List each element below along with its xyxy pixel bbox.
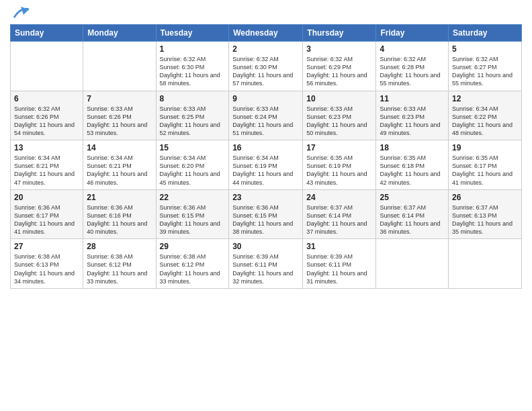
- day-info: Sunrise: 6:39 AM Sunset: 6:11 PM Dayligh…: [232, 253, 299, 285]
- day-info: Sunrise: 6:38 AM Sunset: 6:12 PM Dayligh…: [87, 253, 152, 285]
- day-number: 31: [306, 242, 372, 251]
- calendar-day: 7Sunrise: 6:33 AM Sunset: 6:26 PM Daylig…: [83, 91, 156, 140]
- day-number: 18: [380, 143, 445, 152]
- day-info: Sunrise: 6:37 AM Sunset: 6:14 PM Dayligh…: [306, 203, 372, 236]
- calendar-week-4: 20Sunrise: 6:36 AM Sunset: 6:17 PM Dayli…: [11, 189, 522, 239]
- day-info: Sunrise: 6:35 AM Sunset: 6:18 PM Dayligh…: [380, 154, 445, 187]
- day-info: Sunrise: 6:32 AM Sunset: 6:30 PM Dayligh…: [160, 55, 226, 88]
- day-number: 23: [232, 193, 299, 202]
- day-info: Sunrise: 6:37 AM Sunset: 6:14 PM Dayligh…: [380, 203, 445, 236]
- day-number: 20: [14, 193, 79, 202]
- day-info: Sunrise: 6:34 AM Sunset: 6:19 PM Dayligh…: [232, 154, 299, 187]
- calendar-day: 10Sunrise: 6:33 AM Sunset: 6:23 PM Dayli…: [303, 91, 376, 140]
- calendar-day: [449, 239, 522, 289]
- calendar-day: 16Sunrise: 6:34 AM Sunset: 6:19 PM Dayli…: [229, 140, 303, 190]
- day-number: 25: [380, 193, 445, 202]
- calendar-week-1: 1Sunrise: 6:32 AM Sunset: 6:30 PM Daylig…: [11, 42, 522, 91]
- calendar-day: 22Sunrise: 6:36 AM Sunset: 6:15 PM Dayli…: [156, 189, 229, 239]
- day-number: 22: [160, 193, 226, 202]
- day-number: 24: [306, 193, 372, 202]
- day-info: Sunrise: 6:37 AM Sunset: 6:13 PM Dayligh…: [452, 203, 518, 236]
- calendar-day: 21Sunrise: 6:36 AM Sunset: 6:16 PM Dayli…: [83, 189, 156, 239]
- calendar-day: 4Sunrise: 6:32 AM Sunset: 6:28 PM Daylig…: [376, 42, 449, 91]
- day-number: 30: [232, 242, 299, 251]
- page: SundayMondayTuesdayWednesdayThursdayFrid…: [0, 0, 532, 411]
- calendar-day: 1Sunrise: 6:32 AM Sunset: 6:30 PM Daylig…: [156, 42, 229, 91]
- calendar-week-3: 13Sunrise: 6:34 AM Sunset: 6:21 PM Dayli…: [11, 140, 522, 190]
- calendar-day: 11Sunrise: 6:33 AM Sunset: 6:23 PM Dayli…: [376, 91, 449, 140]
- calendar-week-5: 27Sunrise: 6:38 AM Sunset: 6:13 PM Dayli…: [11, 239, 522, 289]
- day-info: Sunrise: 6:34 AM Sunset: 6:20 PM Dayligh…: [160, 154, 226, 187]
- calendar-day: 13Sunrise: 6:34 AM Sunset: 6:21 PM Dayli…: [11, 140, 83, 190]
- calendar-day: 29Sunrise: 6:38 AM Sunset: 6:12 PM Dayli…: [156, 239, 229, 289]
- calendar-day: 18Sunrise: 6:35 AM Sunset: 6:18 PM Dayli…: [376, 140, 449, 190]
- day-info: Sunrise: 6:36 AM Sunset: 6:16 PM Dayligh…: [87, 203, 152, 236]
- calendar-day: 2Sunrise: 6:32 AM Sunset: 6:30 PM Daylig…: [229, 42, 303, 91]
- calendar-day: 6Sunrise: 6:32 AM Sunset: 6:26 PM Daylig…: [11, 91, 83, 140]
- calendar-day: 14Sunrise: 6:34 AM Sunset: 6:21 PM Dayli…: [83, 140, 156, 190]
- header: [10, 7, 522, 20]
- calendar-day: 27Sunrise: 6:38 AM Sunset: 6:13 PM Dayli…: [11, 239, 83, 289]
- calendar-header-row: SundayMondayTuesdayWednesdayThursdayFrid…: [11, 25, 522, 42]
- day-number: 17: [306, 143, 372, 152]
- day-number: 6: [14, 94, 79, 103]
- day-info: Sunrise: 6:33 AM Sunset: 6:23 PM Dayligh…: [380, 105, 445, 138]
- day-number: 1: [160, 44, 226, 54]
- day-info: Sunrise: 6:34 AM Sunset: 6:21 PM Dayligh…: [87, 154, 152, 187]
- day-info: Sunrise: 6:33 AM Sunset: 6:26 PM Dayligh…: [87, 105, 152, 138]
- calendar-day: [11, 42, 83, 91]
- logo-icon: [11, 5, 30, 20]
- day-info: Sunrise: 6:36 AM Sunset: 6:17 PM Dayligh…: [14, 203, 79, 236]
- calendar-day: 3Sunrise: 6:32 AM Sunset: 6:29 PM Daylig…: [303, 42, 376, 91]
- logo: [10, 7, 30, 20]
- day-info: Sunrise: 6:33 AM Sunset: 6:25 PM Dayligh…: [160, 105, 226, 138]
- day-number: 11: [380, 94, 445, 103]
- day-number: 13: [14, 143, 79, 152]
- day-number: 3: [306, 44, 372, 54]
- day-number: 10: [306, 94, 372, 103]
- calendar-header-friday: Friday: [376, 25, 449, 42]
- day-info: Sunrise: 6:32 AM Sunset: 6:28 PM Dayligh…: [380, 55, 445, 88]
- day-number: 7: [87, 94, 152, 103]
- day-info: Sunrise: 6:33 AM Sunset: 6:24 PM Dayligh…: [232, 105, 299, 138]
- day-info: Sunrise: 6:35 AM Sunset: 6:17 PM Dayligh…: [452, 154, 518, 187]
- calendar-day: 17Sunrise: 6:35 AM Sunset: 6:19 PM Dayli…: [303, 140, 376, 190]
- calendar-day: 25Sunrise: 6:37 AM Sunset: 6:14 PM Dayli…: [376, 189, 449, 239]
- calendar-day: 8Sunrise: 6:33 AM Sunset: 6:25 PM Daylig…: [156, 91, 229, 140]
- day-info: Sunrise: 6:34 AM Sunset: 6:22 PM Dayligh…: [452, 105, 518, 138]
- day-number: 15: [160, 143, 226, 152]
- day-info: Sunrise: 6:33 AM Sunset: 6:23 PM Dayligh…: [306, 105, 372, 138]
- calendar-day: 20Sunrise: 6:36 AM Sunset: 6:17 PM Dayli…: [11, 189, 83, 239]
- calendar-header-sunday: Sunday: [11, 25, 83, 42]
- calendar-header-saturday: Saturday: [449, 25, 522, 42]
- calendar-day: 31Sunrise: 6:39 AM Sunset: 6:11 PM Dayli…: [303, 239, 376, 289]
- day-number: 2: [232, 44, 299, 54]
- calendar-header-tuesday: Tuesday: [156, 25, 229, 42]
- calendar: SundayMondayTuesdayWednesdayThursdayFrid…: [10, 24, 522, 289]
- calendar-header-monday: Monday: [83, 25, 156, 42]
- day-info: Sunrise: 6:32 AM Sunset: 6:30 PM Dayligh…: [232, 55, 299, 88]
- day-info: Sunrise: 6:35 AM Sunset: 6:19 PM Dayligh…: [306, 154, 372, 187]
- calendar-day: 28Sunrise: 6:38 AM Sunset: 6:12 PM Dayli…: [83, 239, 156, 289]
- calendar-day: 23Sunrise: 6:36 AM Sunset: 6:15 PM Dayli…: [229, 189, 303, 239]
- day-number: 27: [14, 242, 79, 251]
- day-info: Sunrise: 6:38 AM Sunset: 6:12 PM Dayligh…: [160, 253, 226, 285]
- day-number: 21: [87, 193, 152, 202]
- day-info: Sunrise: 6:34 AM Sunset: 6:21 PM Dayligh…: [14, 154, 79, 187]
- day-number: 4: [380, 44, 445, 54]
- day-number: 19: [452, 143, 518, 152]
- calendar-day: 19Sunrise: 6:35 AM Sunset: 6:17 PM Dayli…: [449, 140, 522, 190]
- calendar-day: [376, 239, 449, 289]
- calendar-day: 15Sunrise: 6:34 AM Sunset: 6:20 PM Dayli…: [156, 140, 229, 190]
- day-info: Sunrise: 6:36 AM Sunset: 6:15 PM Dayligh…: [160, 203, 226, 236]
- day-info: Sunrise: 6:32 AM Sunset: 6:27 PM Dayligh…: [452, 55, 518, 88]
- calendar-header-wednesday: Wednesday: [229, 25, 303, 42]
- day-number: 9: [232, 94, 299, 103]
- day-number: 28: [87, 242, 152, 251]
- calendar-day: [83, 42, 156, 91]
- day-number: 29: [160, 242, 226, 251]
- day-number: 16: [232, 143, 299, 152]
- day-info: Sunrise: 6:32 AM Sunset: 6:26 PM Dayligh…: [14, 105, 79, 138]
- day-number: 5: [452, 44, 518, 54]
- day-number: 8: [160, 94, 226, 103]
